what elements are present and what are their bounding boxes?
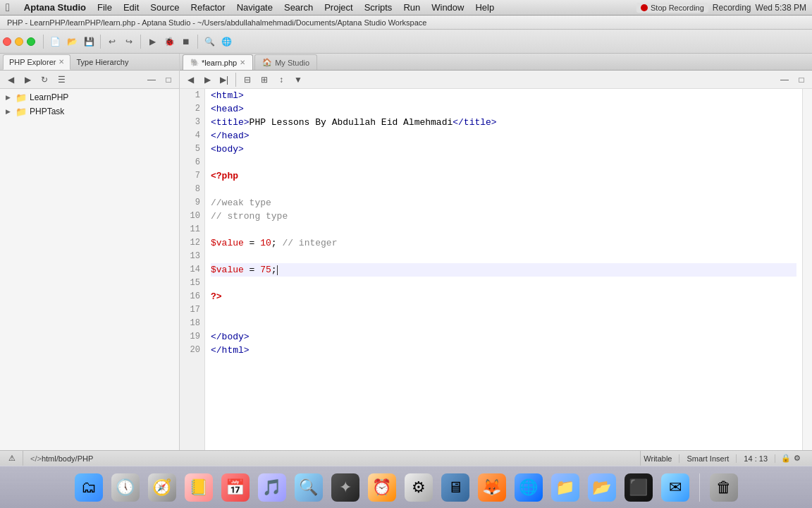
- minimize-button[interactable]: [15, 37, 23, 46]
- menu-refactor[interactable]: Refactor: [185, 0, 231, 16]
- sidebar-menu[interactable]: ☰: [54, 72, 69, 87]
- menu-navigate[interactable]: Navigate: [231, 0, 278, 16]
- editor-content[interactable]: 1 2 3 4 5 6 7 8 9 10 11 12 13 14 15 16 1…: [180, 89, 812, 450]
- close-php-explorer-tab[interactable]: ✕: [59, 58, 64, 66]
- editor-forward[interactable]: ▶: [199, 72, 215, 87]
- maximize-button[interactable]: [27, 37, 35, 46]
- writable-label: Writable: [644, 454, 672, 463]
- dock-network[interactable]: 🌐: [513, 472, 544, 503]
- editor-next[interactable]: ▶|: [216, 72, 232, 87]
- status-mode: Writable: [641, 454, 679, 463]
- tab-type-hierarchy[interactable]: Type Hierarchy: [70, 54, 134, 70]
- sidebar-expand[interactable]: ▶: [20, 72, 35, 87]
- editor-max[interactable]: □: [794, 72, 809, 87]
- sidebar-maximize[interactable]: □: [161, 72, 176, 87]
- tab-php-explorer[interactable]: PHP Explorer ✕: [3, 54, 70, 70]
- clock: Wed 5:38 PM: [756, 3, 806, 13]
- close-button[interactable]: [3, 37, 11, 46]
- status-breadcrumb-segment: </> html/body/PHP: [23, 451, 641, 466]
- tree-label-phptask: PHPTask: [30, 107, 64, 116]
- menu-project[interactable]: Project: [319, 0, 358, 16]
- toolbar-sep-2: [100, 35, 101, 49]
- dock-finder[interactable]: 🗂: [73, 472, 104, 503]
- sidebar-collapse[interactable]: ◀: [3, 72, 18, 87]
- dock-mail[interactable]: ✉: [660, 472, 691, 503]
- editor-toolbar: ◀ ▶ ▶| ⊟ ⊞ ↕ ▼ — □: [180, 71, 812, 89]
- menu-help[interactable]: Help: [469, 0, 500, 16]
- menu-window[interactable]: Window: [426, 0, 469, 16]
- recording-status: Recording: [713, 3, 751, 13]
- dock-terminal[interactable]: ⬛: [623, 472, 654, 503]
- menu-source[interactable]: Source: [144, 0, 185, 16]
- toolbar-open[interactable]: 📂: [64, 34, 80, 49]
- code-line-7: <?php: [211, 169, 796, 183]
- code-line-8: [211, 183, 796, 196]
- sidebar-refresh[interactable]: ↻: [37, 72, 52, 87]
- editor-right-controls: — □: [777, 72, 809, 87]
- editor-min[interactable]: —: [777, 72, 792, 87]
- dock-gears[interactable]: ⚙: [403, 472, 434, 503]
- editor-tab-learnphp[interactable]: 🐘 *learn.php ✕: [183, 54, 253, 70]
- toolbar-save[interactable]: 💾: [81, 34, 97, 49]
- dock-calendar[interactable]: 📅: [220, 472, 251, 503]
- toolbar-new[interactable]: 📄: [47, 34, 63, 49]
- sidebar-toolbar: ◀ ▶ ↻ ☰ — □: [0, 71, 179, 89]
- menu-run[interactable]: Run: [398, 0, 426, 16]
- toolbar-find[interactable]: 🔍: [202, 34, 217, 49]
- code-line-10: // strong type: [211, 210, 796, 223]
- dock-separator: [699, 473, 700, 502]
- toolbar-redo[interactable]: ↪: [121, 34, 137, 49]
- tree-item-phptask[interactable]: ▶ 📁 PHPTask: [0, 104, 179, 119]
- compass-icon: 🧭: [148, 473, 176, 502]
- editor-scrollbar[interactable]: [802, 89, 812, 450]
- editor-back[interactable]: ◀: [183, 72, 198, 87]
- code-line-4: </head>: [211, 129, 796, 143]
- toolbar-web[interactable]: 🌐: [219, 34, 234, 49]
- code-line-5: <body>: [211, 143, 796, 156]
- dock-vmware[interactable]: 🖥: [440, 472, 471, 503]
- dock-clock[interactable]: 🕔: [110, 472, 141, 503]
- dock-trash[interactable]: 🗑: [708, 472, 739, 503]
- code-line-2: <head>: [211, 102, 796, 116]
- apple-menu[interactable]: : [6, 1, 10, 14]
- stop-recording-label[interactable]: Stop Recording: [651, 4, 704, 12]
- code-line-17: [211, 303, 796, 317]
- toolbar-run[interactable]: ▶: [144, 34, 160, 49]
- menu-aptana[interactable]: Aptana Studio: [18, 0, 92, 16]
- code-line-18: [211, 317, 796, 330]
- code-line-12: $value = 10; // integer: [211, 236, 796, 250]
- mystudio-icon: 🏠: [262, 58, 272, 67]
- trash-icon: 🗑: [710, 473, 738, 502]
- dock-firefox[interactable]: 🦊: [476, 472, 508, 503]
- menu-edit[interactable]: Edit: [118, 0, 144, 16]
- code-line-1: <html>: [211, 89, 796, 102]
- dock-folder2[interactable]: 📂: [586, 472, 617, 503]
- dock-aperture[interactable]: ✦: [330, 472, 361, 503]
- code-body[interactable]: <html> <head> <title>PHP Lessons By Abdu…: [205, 89, 802, 450]
- dock-itunes[interactable]: 🎵: [257, 472, 288, 503]
- dock-safari-item[interactable]: 🧭: [147, 472, 178, 503]
- toolbar: 📄 📂 💾 ↩ ↪ ▶ 🐞 ⏹ 🔍 🌐: [0, 30, 812, 54]
- dock-addressbook[interactable]: 📒: [183, 472, 214, 503]
- menu-scripts[interactable]: Scripts: [359, 0, 398, 16]
- editor-expand-all[interactable]: ⊞: [257, 72, 272, 87]
- recording-badge: Stop Recording: [636, 3, 708, 13]
- menu-search[interactable]: Search: [278, 0, 319, 16]
- tree-item-learnphp[interactable]: ▶ 📁 LearnPHP: [0, 90, 179, 104]
- menu-file[interactable]: File: [92, 0, 118, 16]
- editor-sync[interactable]: ↕: [273, 72, 289, 87]
- dock-preview[interactable]: 🔍: [293, 472, 324, 503]
- toolbar-debug[interactable]: 🐞: [161, 34, 177, 49]
- dock-folder1[interactable]: 📁: [550, 472, 581, 503]
- close-learnphp-tab[interactable]: ✕: [240, 59, 245, 66]
- toolbar-undo[interactable]: ↩: [104, 34, 120, 49]
- sidebar-minimize[interactable]: —: [144, 72, 159, 87]
- folder1-icon: 📁: [551, 473, 579, 502]
- dock-timemachine[interactable]: ⏰: [367, 472, 398, 503]
- status-right: Writable Smart Insert 14 : 13 🔒 ⚙: [641, 454, 806, 463]
- editor-tab-mystudio[interactable]: 🏠 My Studio: [254, 54, 317, 70]
- editor-menu-btn[interactable]: ▼: [290, 72, 306, 87]
- editor-collapse-all[interactable]: ⊟: [240, 72, 255, 87]
- toolbar-stop[interactable]: ⏹: [178, 34, 194, 49]
- code-line-11: [211, 223, 796, 236]
